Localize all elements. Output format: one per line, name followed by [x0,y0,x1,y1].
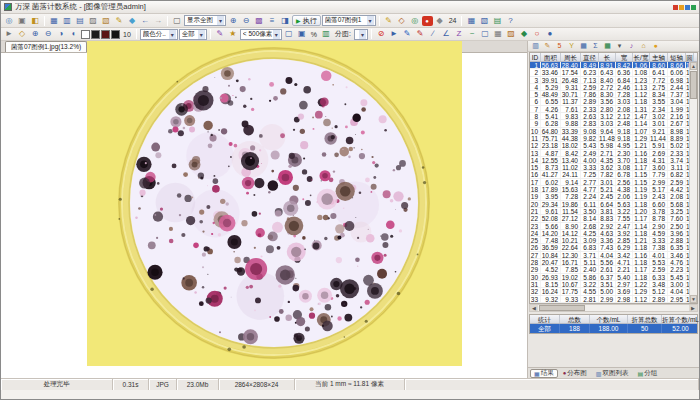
scroll-down-icon[interactable]: ▼ [690,295,697,303]
list-icon[interactable]: ≡ [266,15,278,26]
home-icon[interactable]: ⌂ [638,41,649,51]
stamp-icon[interactable]: ◆ [126,15,138,26]
help-icon[interactable]: ? [504,15,516,26]
table-row[interactable]: 1223.1818.025.435.984.951.215.915.021. [530,142,697,149]
save-all-icon[interactable]: ▥ [61,15,73,26]
cascade-icon[interactable]: ▧ [478,15,490,26]
color-swatch-black[interactable] [91,30,100,39]
redo-icon[interactable]: → [152,15,164,26]
petri-dish-image[interactable] [87,41,462,366]
stop-icon[interactable]: ● [422,16,433,26]
table-row[interactable]: 339.9126.487.138.406.841.237.726.981. [530,77,697,84]
chevron-down-icon[interactable]: ▾ [198,30,205,39]
table-row[interactable]: 74.267.612.332.802.081.312.341.991. [530,106,697,113]
docs-icon[interactable]: ▣ [296,29,308,40]
scroll-left-icon[interactable]: ◀ [530,305,538,311]
color-swatch-darkred[interactable] [101,30,110,39]
table-row[interactable]: 1064.8033.399.089.649.181.079.218.981. [530,128,697,135]
chevron-down-icon[interactable]: ▾ [169,30,176,39]
table-row[interactable]: 548.4930.717.868.307.281.128.347.371. [530,91,697,98]
erase-pencil-icon[interactable]: ✎ [414,29,426,40]
column-header-ID[interactable]: ID [530,53,541,61]
table-row[interactable]: 1412.5513.404.004.353.701.184.313.741. [530,157,697,164]
excel-icon[interactable]: ▦ [602,41,613,51]
camera-icon[interactable]: ▣ [16,15,28,26]
filter-icon[interactable]: Y [566,41,577,51]
table-row[interactable]: 2636.5922.646.837.436.291.187.386.351. [530,244,697,251]
paint-icon[interactable]: ✎ [542,41,553,51]
color-swatch-black2[interactable] [111,30,120,39]
panel-tab-结果[interactable]: ▦结果 [530,369,558,378]
angle-tool-icon[interactable]: ∠ [440,29,452,40]
column-header-长/宽[interactable]: 长/宽 [633,53,650,61]
panel-tab-双图列表[interactable]: ▥双图列表 [592,369,633,378]
table-row[interactable]: 158.7311.023.333.623.081.173.603.111. [530,164,697,171]
circle-tool-icon[interactable]: ○ [531,29,543,40]
select-region-icon[interactable]: ▢ [171,15,183,26]
line-tool-icon[interactable]: ∕ [427,29,439,40]
table-row[interactable]: 1641.2724.117.257.826.781.157.796.821. [530,171,697,178]
table-row[interactable]: 45.299.312.592.722.461.132.752.441. [530,84,697,91]
document-tab[interactable]: 菌落07图例1.jpg(13.2%) [5,41,87,52]
doc-icon[interactable]: ▢ [283,29,295,40]
table-row[interactable]: 339.329.332.812.992.981.122.892.951. [530,296,697,303]
color-split-combo[interactable]: 颜色分..▾ [140,29,178,40]
table-row[interactable]: 134.878.422.492.712.301.162.692.331. [530,150,697,157]
color-mode-icon[interactable]: ▾ [614,41,625,51]
layers-icon[interactable]: ▩ [253,15,265,26]
column-header-短轴[interactable]: 短轴 [668,53,686,61]
hscroll-thumb[interactable] [539,305,585,311]
report-icon[interactable]: ▤ [491,15,503,26]
column-header-主轴[interactable]: 主轴 [650,53,668,61]
table-row[interactable]: 2252.0827.128.148.837.551.178.787.601. [530,215,697,222]
zoom-in-icon[interactable]: ⊕ [227,15,239,26]
table-row[interactable]: 156.6328.408.498.918.421.068.608.661. [530,62,697,69]
column-header-长[interactable]: 长 [599,53,616,61]
image-icon[interactable]: ▧ [100,15,112,26]
range-combo[interactable]: 全部▾ [179,29,207,40]
run-button[interactable]: ▶执行 [292,15,321,26]
no-edit-icon[interactable]: ⊘ [375,29,387,40]
undo-count-icon[interactable]: 5 [554,41,565,51]
chevron-down-icon[interactable]: ▾ [273,30,280,39]
folder-open-icon[interactable]: ◧ [29,15,41,26]
horizontal-scrollbar[interactable]: ◀ ▶ [529,304,698,312]
magnifier-icon[interactable]: ◑ [55,29,67,40]
zoom-out-icon[interactable]: ⊖ [240,15,252,26]
summary-row[interactable]: 全部188188.005052.00 [530,324,697,333]
table-row[interactable]: 85.419.832.633.122.121.473.022.161. [530,113,697,120]
split-combo[interactable]: ▾ [354,29,368,40]
scroll-up-icon[interactable]: ▲ [690,62,697,70]
scroll-right-icon[interactable]: ▶ [689,305,697,311]
table-row[interactable]: 2414.2014.124.254.633.921.184.593.961. [530,230,697,237]
size-filter-combo[interactable]: < 500像素▾ [240,29,282,40]
chevron-down-icon[interactable]: ▾ [367,16,374,25]
edit-icon[interactable]: ✎ [113,15,125,26]
column-header-圆[interactable]: 圆 [686,53,694,61]
magnifier2-icon[interactable]: ◐ [68,29,80,40]
table-row[interactable]: 235.668.902.682.922.471.142.902.501. [530,223,697,230]
rect-tool-icon[interactable]: ▢ [479,29,491,40]
gold-dot-icon[interactable]: ● [650,41,661,51]
fill-tool-icon[interactable]: ▨ [505,29,517,40]
table-row[interactable]: 96.289.882.833.032.481.143.012.671. [530,120,697,127]
grid-tool-icon[interactable]: ▦ [492,29,504,40]
table-row[interactable]: 219.6111.543.503.813.221.203.783.251. [530,208,697,215]
column-header-直径[interactable]: 直径 [581,53,599,61]
zigzag-tool-icon[interactable]: Z [453,29,465,40]
chevron-down-icon[interactable]: ▾ [217,16,224,25]
wand-icon[interactable]: ★ [227,29,239,40]
zoom-window-icon[interactable]: ⊕ [29,29,41,40]
refresh-icon[interactable]: ◎ [3,15,15,26]
table-row[interactable]: 2710.8412.303.714.043.421.164.013.461. [530,252,697,259]
zoom-dynamic-icon[interactable]: ⊖ [42,29,54,40]
table-row[interactable]: 193.957.282.242.452.061.192.432.081. [530,193,697,200]
select-colony-icon[interactable]: ► [388,29,400,40]
panel-tab-分组[interactable]: ▤分组 [633,369,661,378]
tile-icon[interactable]: ▦ [465,15,477,26]
brush-icon[interactable]: ✎ [214,29,226,40]
eyedropper-icon[interactable]: ◇ [396,15,408,26]
color-swatch-white[interactable] [81,30,90,39]
print-icon[interactable]: ▨ [87,15,99,26]
table-row[interactable]: 318.1510.673.223.512.971.223.483.001. [530,281,697,288]
